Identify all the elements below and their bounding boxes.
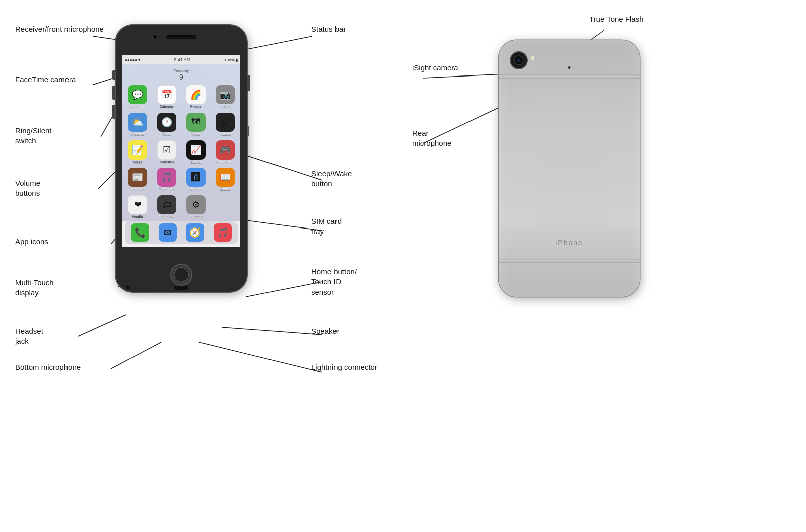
label-ring-silent: Ring/Silentswitch — [15, 126, 52, 146]
phone-front: ●●●●● ▾ 9:41 AM 100% ▮ Tuesday9 💬 Messag… — [116, 25, 247, 292]
app-stocks: 📈 Stocks — [183, 140, 209, 165]
rear-camera-lens — [516, 58, 521, 63]
front-speaker — [166, 35, 196, 39]
phone-rear: iPhone — [499, 40, 640, 297]
label-sleep-wake: Sleep/Wakebutton — [311, 169, 352, 189]
dock-music: 🎵 — [214, 223, 232, 242]
rear-camera-module — [510, 51, 534, 75]
rear-camera-outer-ring — [510, 51, 528, 69]
label-home-button: Home button/Touch IDsensor — [311, 267, 357, 297]
silent-switch — [112, 70, 115, 80]
diagram-container: Receiver/front microphone FaceTime camer… — [0, 0, 806, 532]
app-calendar: 📅 Calendar — [154, 85, 180, 110]
app-videos: ▶ Videos — [212, 113, 238, 137]
screen-dock: 📞 ✉ 🧭 🎵 — [125, 221, 238, 244]
label-volume-buttons: Volumebuttons — [15, 178, 40, 199]
svg-line-7 — [111, 342, 161, 369]
label-headset-jack: Headsetjack — [15, 326, 43, 347]
date-display: Tuesday9 — [124, 67, 238, 82]
app-photos: 🌈 Photos — [183, 85, 209, 110]
svg-line-12 — [222, 327, 322, 335]
app-ibooks: 📖 iBooks — [212, 168, 238, 192]
sleep-wake-button[interactable] — [247, 75, 250, 91]
app-maps: 🗺 Maps — [183, 113, 209, 137]
app-reminders: ☑ Reminders — [154, 140, 180, 165]
battery-text: 100% ▮ — [224, 58, 238, 62]
label-status-bar: Status bar — [311, 24, 346, 34]
app-settings: ⚙ Settings — [183, 195, 209, 218]
app-health: ❤ Health — [124, 195, 151, 218]
app-camera: 📷 Camera — [212, 85, 238, 110]
app-notes: 📝 Notes — [124, 140, 151, 165]
home-screen-grid: Tuesday9 💬 Messages 📅 Calendar 🌈 Photos — [122, 64, 240, 221]
dock-mail: ✉ — [159, 223, 177, 242]
label-multi-touch: Multi-Touchdisplay — [15, 278, 54, 298]
time-text: 9:41 AM — [174, 57, 190, 62]
app-newsstand: 📰 Newsstand — [124, 168, 151, 192]
label-app-icons: App icons — [15, 237, 48, 247]
phone-screen: ●●●●● ▾ 9:41 AM 100% ▮ Tuesday9 💬 Messag… — [122, 55, 240, 247]
label-lightning-connector: Lightning connector — [311, 362, 377, 372]
home-button[interactable] — [170, 264, 192, 286]
label-facetime-camera: FaceTime camera — [15, 74, 76, 85]
home-button-ring — [174, 267, 189, 282]
volume-down-button[interactable] — [112, 105, 115, 119]
app-weather: ⛅ Weather — [124, 113, 151, 137]
label-receiver-front-mic: Receiver/front microphone — [15, 24, 104, 34]
label-isight-camera: iSight camera — [412, 63, 458, 73]
phone-rear-body: iPhone — [499, 40, 640, 297]
headset-jack-port — [126, 285, 130, 289]
antenna-line-bottom — [499, 259, 640, 263]
screen-statusbar: ●●●●● ▾ 9:41 AM 100% ▮ — [122, 55, 240, 64]
lightning-port — [174, 286, 188, 290]
label-rear-microphone: Rearmicrophone — [412, 128, 451, 149]
true-tone-flash-led — [530, 55, 536, 61]
speaker-dots-right — [226, 287, 238, 289]
app-gamecenter: 🎮 Game Center — [212, 140, 238, 165]
volume-up-button[interactable] — [112, 86, 115, 100]
app-appstore: 🅰 App Store — [183, 168, 209, 192]
svg-line-3 — [98, 171, 116, 189]
label-bottom-mic: Bottom microphone — [15, 362, 81, 372]
dock-safari: 🧭 — [186, 223, 204, 242]
label-speaker: Speaker — [311, 326, 340, 336]
label-true-tone-flash: True Tone Flash — [589, 14, 644, 24]
rear-camera-inner-ring — [514, 55, 524, 65]
rear-microphone-hole — [568, 66, 571, 69]
app-messages: 💬 Messages — [124, 85, 151, 110]
app-itunes: 🎵 iTunes Store — [154, 168, 180, 192]
app-clock: 🕐 Clock — [154, 113, 180, 137]
iphone-text: iPhone — [555, 239, 583, 247]
label-sim-card-tray: SIM cardtray — [311, 216, 342, 237]
app-passbook: 🏷 Passbook — [154, 195, 180, 218]
speaker-dots-left — [134, 287, 146, 289]
sim-tray — [247, 126, 249, 136]
phone-front-body: ●●●●● ▾ 9:41 AM 100% ▮ Tuesday9 💬 Messag… — [116, 25, 247, 292]
svg-line-13 — [199, 342, 322, 372]
svg-line-6 — [78, 315, 126, 336]
dock-phone: 📞 — [131, 223, 149, 242]
carrier-text: ●●●●● ▾ — [125, 58, 140, 62]
front-camera-dot — [152, 34, 157, 39]
